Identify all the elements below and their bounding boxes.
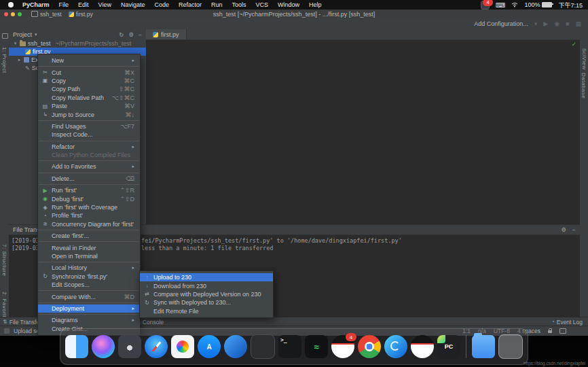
- dock-icon-pycharm[interactable]: PC: [437, 335, 460, 358]
- dock-icon-finder[interactable]: [65, 335, 88, 358]
- menu-item-run-first[interactable]: ▶Run 'first'⌃⇧R: [38, 186, 140, 194]
- menu-item-edit-scopes[interactable]: Edit Scopes...: [38, 281, 140, 289]
- dock-icon-chrome[interactable]: [358, 335, 381, 358]
- wifi-icon[interactable]: [511, 2, 518, 7]
- dock-icon-terminal[interactable]: >_: [278, 335, 301, 358]
- run-icon[interactable]: ▶: [543, 20, 548, 27]
- menu-item-synchronize-first-py[interactable]: ↻Synchronize 'first.py': [38, 273, 140, 281]
- dock-icon-tim[interactable]: [411, 335, 434, 358]
- menubar-item-pycharm[interactable]: PyCharm: [18, 1, 54, 8]
- menu-item-inspect-code[interactable]: Inspect Code...: [38, 130, 140, 139]
- menu-item-copy-path[interactable]: Copy Path⇧⌘C: [38, 85, 140, 93]
- menu-item-paste[interactable]: ▤Paste⌘V: [38, 102, 140, 110]
- menu-item-reveal-in-finder[interactable]: Reveal in Finder: [38, 243, 140, 251]
- menu-item-diagrams[interactable]: Diagrams▸: [38, 316, 140, 324]
- menu-item-debug-first[interactable]: ◉Debug 'first'⌃⇧D: [38, 194, 140, 203]
- dock-icon-dictionary[interactable]: [224, 335, 247, 358]
- zoom-button[interactable]: [18, 12, 22, 16]
- dock-icon-qq[interactable]: 4: [331, 335, 354, 358]
- dock-icon-activity-monitor[interactable]: ≈: [305, 335, 328, 358]
- hide-panel-icon[interactable]: −: [139, 31, 142, 38]
- breadcrumb-file[interactable]: first.py: [69, 11, 93, 18]
- dock-icon-app-store[interactable]: A: [198, 335, 221, 358]
- dock-icon-downloads-folder[interactable]: [472, 335, 495, 358]
- menu-item-new[interactable]: New▸: [38, 56, 140, 65]
- close-button[interactable]: [4, 12, 8, 16]
- dock-icon-browser[interactable]: [384, 335, 407, 358]
- menu-item-local-history[interactable]: Local History▸: [38, 264, 140, 272]
- menu-item-edit-remote-file[interactable]: Edit Remote File: [140, 307, 273, 315]
- menu-item-profile-first[interactable]: ◔Profile 'first': [38, 211, 140, 220]
- menubar-app-icon[interactable]: 4: [481, 1, 490, 10]
- menu-item-open-in-terminal[interactable]: Open in Terminal: [38, 252, 140, 260]
- dock-icon-launchpad[interactable]: [118, 335, 141, 358]
- breadcrumb-project[interactable]: ssh_test: [31, 11, 62, 18]
- menu-separator: [39, 66, 139, 67]
- menu-item-create-first[interactable]: Create 'first'...: [38, 232, 140, 240]
- tool-grid-icon[interactable]: ▦: [575, 20, 581, 27]
- menu-item-label: Open in Terminal: [52, 253, 134, 260]
- menu-item-compare-with-deployed-version-on-230[interactable]: ⇄Compare with Deployed Version on 230: [140, 290, 273, 298]
- menubar-item-file[interactable]: File: [54, 1, 74, 8]
- input-source-icon[interactable]: ⌨: [496, 1, 505, 9]
- menu-item-jump-to-source[interactable]: ↳Jump to Source⌘↓: [38, 110, 140, 118]
- tree-row-root[interactable]: ▾ssh_test~/PycharmProjects/ssh_test: [9, 39, 146, 48]
- menubar-item-run[interactable]: Run: [206, 1, 227, 8]
- menu-item-concurrency-diagram-for-first[interactable]: ≋Concurrency Diagram for 'first': [38, 220, 140, 228]
- dock-icon-utilities[interactable]: [251, 334, 275, 359]
- run-configuration-select[interactable]: Add Configuration...: [474, 20, 528, 27]
- stop-icon[interactable]: ■: [566, 20, 569, 27]
- menubar-item-refactor[interactable]: Refactor: [174, 1, 206, 8]
- settings-gear-icon[interactable]: ⚙: [561, 226, 566, 233]
- menu-item-deployment[interactable]: Deployment▸: [38, 304, 140, 313]
- dock-icon-siri[interactable]: [92, 335, 115, 358]
- menubar-item-view[interactable]: View: [94, 1, 116, 8]
- menu-item-find-usages[interactable]: Find Usages⌥F7: [38, 122, 140, 130]
- tool-stripe-sciview[interactable]: SciView: [581, 48, 587, 70]
- dock-icon-trash[interactable]: [498, 334, 523, 359]
- menubar-item-window[interactable]: Window: [273, 1, 304, 8]
- menu-item-sync-with-deployed-to-230[interactable]: ↻Sync with Deployed to 230...: [140, 298, 273, 307]
- menubar-item-vcs[interactable]: VCS: [251, 1, 274, 8]
- menubar-item-code[interactable]: Code: [149, 1, 174, 8]
- menu-item-upload-to-230[interactable]: ↑Upload to 230: [140, 273, 273, 281]
- menu-item-copy[interactable]: ▣Copy⌘C: [38, 77, 140, 85]
- coverage-icon: ◈: [41, 205, 49, 211]
- minimize-button[interactable]: [11, 12, 15, 16]
- menubar-item-tools[interactable]: Tools: [227, 1, 251, 8]
- menu-item-label: New: [52, 57, 129, 64]
- menu-item-download-from-230[interactable]: ↓Download from 230: [140, 281, 273, 290]
- project-header[interactable]: Project ▾ ↻ ⚙ −: [9, 29, 146, 39]
- debug-icon[interactable]: ◉: [554, 20, 559, 27]
- menu-item-refactor[interactable]: Refactor▸: [38, 143, 140, 151]
- dock-icon-safari[interactable]: [145, 335, 168, 358]
- menu-item-add-to-favorites[interactable]: Add to Favorites▸: [38, 162, 140, 171]
- battery-indicator[interactable]: 100%: [524, 1, 552, 8]
- menu-item-cut[interactable]: ✂Cut⌘X: [38, 68, 140, 76]
- lock-icon[interactable]: [548, 330, 552, 333]
- dock-icon-photos[interactable]: [171, 335, 194, 358]
- sync-icon[interactable]: ↻: [119, 31, 124, 38]
- editor-area[interactable]: first.py ✓: [146, 29, 580, 224]
- menubar-clock[interactable]: 下午7:15: [558, 1, 583, 10]
- menu-item-delete[interactable]: Delete...⌫: [38, 175, 140, 183]
- menu-item-label: Deployment: [52, 305, 129, 312]
- tool-stripe-structure[interactable]: 7: Structure: [1, 244, 7, 276]
- menubar-item-navigate[interactable]: Navigate: [116, 1, 150, 8]
- apple-menu-icon[interactable]: [8, 2, 14, 7]
- tool-window-switcher-icon[interactable]: [4, 328, 10, 334]
- menu-item-label: Diagrams: [52, 317, 129, 324]
- menubar-item-edit[interactable]: Edit: [73, 1, 94, 8]
- hide-panel-icon[interactable]: −: [572, 226, 576, 233]
- inspection-ok-icon[interactable]: ✓: [571, 41, 576, 48]
- window-titlebar[interactable]: ssh_test first.py ssh_test [~/PycharmPro…: [0, 10, 588, 19]
- menubar-item-help[interactable]: Help: [304, 1, 327, 8]
- settings-gear-icon[interactable]: ⚙: [128, 31, 134, 38]
- tool-stripe-database[interactable]: Database: [581, 73, 587, 99]
- menu-item-copy-relative-path[interactable]: Copy Relative Path⌥⇧⌘C: [38, 94, 140, 102]
- menu-item-compare-with[interactable]: Compare With...⌘D: [38, 292, 140, 300]
- tool-stripe-project[interactable]: 1: Project: [1, 47, 7, 73]
- editor-tab-first-py[interactable]: first.py: [146, 29, 187, 39]
- highlighting-level-icon[interactable]: [559, 328, 566, 334]
- menu-item-run-first-with-coverage[interactable]: ◈Run 'first' with Coverage: [38, 203, 140, 211]
